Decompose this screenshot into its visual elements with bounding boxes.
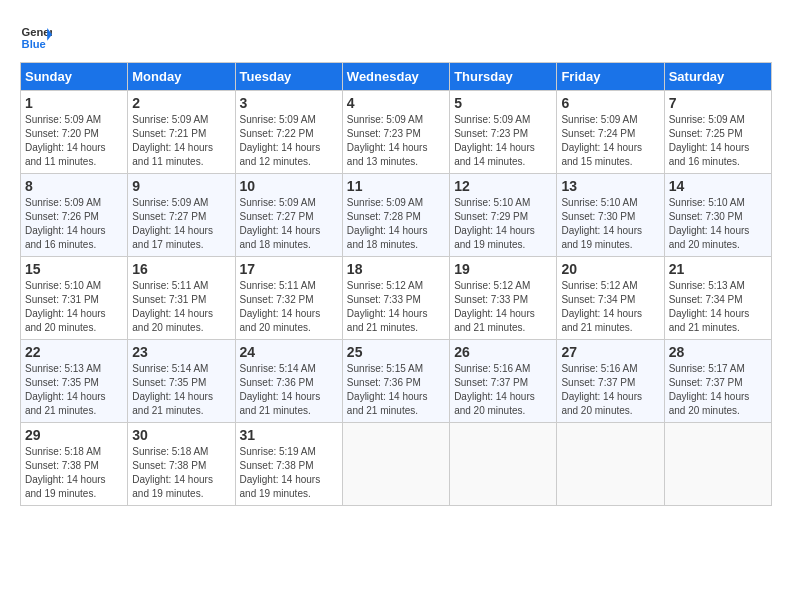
sunrise-label: Sunrise: 5:19 AM (240, 446, 316, 457)
daylight-label: Daylight: 14 hours and 12 minutes. (240, 142, 321, 167)
calendar-cell: 15 Sunrise: 5:10 AM Sunset: 7:31 PM Dayl… (21, 257, 128, 340)
sunrise-label: Sunrise: 5:09 AM (132, 197, 208, 208)
calendar-cell: 23 Sunrise: 5:14 AM Sunset: 7:35 PM Dayl… (128, 340, 235, 423)
daylight-label: Daylight: 14 hours and 21 minutes. (347, 391, 428, 416)
day-info: Sunrise: 5:09 AM Sunset: 7:24 PM Dayligh… (561, 113, 659, 169)
day-number: 7 (669, 95, 767, 111)
calendar-cell: 8 Sunrise: 5:09 AM Sunset: 7:26 PM Dayli… (21, 174, 128, 257)
sunset-label: Sunset: 7:34 PM (561, 294, 635, 305)
day-info: Sunrise: 5:16 AM Sunset: 7:37 PM Dayligh… (454, 362, 552, 418)
sunrise-label: Sunrise: 5:11 AM (240, 280, 316, 291)
daylight-label: Daylight: 14 hours and 11 minutes. (25, 142, 106, 167)
sunrise-label: Sunrise: 5:09 AM (240, 197, 316, 208)
day-info: Sunrise: 5:18 AM Sunset: 7:38 PM Dayligh… (132, 445, 230, 501)
sunrise-label: Sunrise: 5:09 AM (132, 114, 208, 125)
sunrise-label: Sunrise: 5:13 AM (669, 280, 745, 291)
day-number: 23 (132, 344, 230, 360)
day-info: Sunrise: 5:13 AM Sunset: 7:35 PM Dayligh… (25, 362, 123, 418)
page-header: General Blue (20, 20, 772, 52)
sunrise-label: Sunrise: 5:18 AM (25, 446, 101, 457)
day-info: Sunrise: 5:16 AM Sunset: 7:37 PM Dayligh… (561, 362, 659, 418)
day-info: Sunrise: 5:11 AM Sunset: 7:32 PM Dayligh… (240, 279, 338, 335)
day-number: 25 (347, 344, 445, 360)
day-number: 11 (347, 178, 445, 194)
svg-text:Blue: Blue (22, 38, 46, 50)
sunset-label: Sunset: 7:32 PM (240, 294, 314, 305)
day-info: Sunrise: 5:10 AM Sunset: 7:31 PM Dayligh… (25, 279, 123, 335)
day-number: 28 (669, 344, 767, 360)
sunset-label: Sunset: 7:22 PM (240, 128, 314, 139)
calendar-cell: 16 Sunrise: 5:11 AM Sunset: 7:31 PM Dayl… (128, 257, 235, 340)
day-number: 18 (347, 261, 445, 277)
calendar-cell: 27 Sunrise: 5:16 AM Sunset: 7:37 PM Dayl… (557, 340, 664, 423)
day-of-week-header: Sunday (21, 63, 128, 91)
calendar-cell: 11 Sunrise: 5:09 AM Sunset: 7:28 PM Dayl… (342, 174, 449, 257)
calendar-cell: 25 Sunrise: 5:15 AM Sunset: 7:36 PM Dayl… (342, 340, 449, 423)
sunrise-label: Sunrise: 5:09 AM (25, 197, 101, 208)
calendar-cell: 7 Sunrise: 5:09 AM Sunset: 7:25 PM Dayli… (664, 91, 771, 174)
day-number: 19 (454, 261, 552, 277)
day-info: Sunrise: 5:09 AM Sunset: 7:25 PM Dayligh… (669, 113, 767, 169)
day-number: 1 (25, 95, 123, 111)
calendar-cell: 18 Sunrise: 5:12 AM Sunset: 7:33 PM Dayl… (342, 257, 449, 340)
day-of-week-header: Thursday (450, 63, 557, 91)
day-info: Sunrise: 5:15 AM Sunset: 7:36 PM Dayligh… (347, 362, 445, 418)
day-number: 10 (240, 178, 338, 194)
day-number: 5 (454, 95, 552, 111)
day-info: Sunrise: 5:09 AM Sunset: 7:28 PM Dayligh… (347, 196, 445, 252)
sunrise-label: Sunrise: 5:18 AM (132, 446, 208, 457)
daylight-label: Daylight: 14 hours and 13 minutes. (347, 142, 428, 167)
sunset-label: Sunset: 7:35 PM (132, 377, 206, 388)
calendar-cell: 22 Sunrise: 5:13 AM Sunset: 7:35 PM Dayl… (21, 340, 128, 423)
day-of-week-header: Tuesday (235, 63, 342, 91)
calendar-week-row: 8 Sunrise: 5:09 AM Sunset: 7:26 PM Dayli… (21, 174, 772, 257)
calendar-cell: 13 Sunrise: 5:10 AM Sunset: 7:30 PM Dayl… (557, 174, 664, 257)
day-info: Sunrise: 5:14 AM Sunset: 7:36 PM Dayligh… (240, 362, 338, 418)
day-info: Sunrise: 5:09 AM Sunset: 7:27 PM Dayligh… (240, 196, 338, 252)
day-number: 13 (561, 178, 659, 194)
day-number: 16 (132, 261, 230, 277)
sunrise-label: Sunrise: 5:17 AM (669, 363, 745, 374)
daylight-label: Daylight: 14 hours and 17 minutes. (132, 225, 213, 250)
calendar-cell (450, 423, 557, 506)
calendar-week-row: 1 Sunrise: 5:09 AM Sunset: 7:20 PM Dayli… (21, 91, 772, 174)
sunrise-label: Sunrise: 5:09 AM (25, 114, 101, 125)
daylight-label: Daylight: 14 hours and 19 minutes. (561, 225, 642, 250)
sunset-label: Sunset: 7:36 PM (240, 377, 314, 388)
sunrise-label: Sunrise: 5:12 AM (454, 280, 530, 291)
daylight-label: Daylight: 14 hours and 21 minutes. (240, 391, 321, 416)
daylight-label: Daylight: 14 hours and 21 minutes. (25, 391, 106, 416)
sunset-label: Sunset: 7:36 PM (347, 377, 421, 388)
daylight-label: Daylight: 14 hours and 20 minutes. (132, 308, 213, 333)
sunrise-label: Sunrise: 5:16 AM (454, 363, 530, 374)
sunrise-label: Sunrise: 5:09 AM (669, 114, 745, 125)
daylight-label: Daylight: 14 hours and 21 minutes. (669, 308, 750, 333)
day-info: Sunrise: 5:10 AM Sunset: 7:30 PM Dayligh… (669, 196, 767, 252)
day-number: 31 (240, 427, 338, 443)
sunrise-label: Sunrise: 5:15 AM (347, 363, 423, 374)
day-info: Sunrise: 5:19 AM Sunset: 7:38 PM Dayligh… (240, 445, 338, 501)
sunset-label: Sunset: 7:24 PM (561, 128, 635, 139)
sunset-label: Sunset: 7:25 PM (669, 128, 743, 139)
daylight-label: Daylight: 14 hours and 20 minutes. (25, 308, 106, 333)
day-number: 6 (561, 95, 659, 111)
sunset-label: Sunset: 7:21 PM (132, 128, 206, 139)
daylight-label: Daylight: 14 hours and 14 minutes. (454, 142, 535, 167)
calendar-week-row: 29 Sunrise: 5:18 AM Sunset: 7:38 PM Dayl… (21, 423, 772, 506)
day-of-week-header: Wednesday (342, 63, 449, 91)
calendar-cell: 9 Sunrise: 5:09 AM Sunset: 7:27 PM Dayli… (128, 174, 235, 257)
calendar-week-row: 15 Sunrise: 5:10 AM Sunset: 7:31 PM Dayl… (21, 257, 772, 340)
day-number: 14 (669, 178, 767, 194)
sunset-label: Sunset: 7:37 PM (669, 377, 743, 388)
logo: General Blue (20, 20, 52, 52)
calendar-table: SundayMondayTuesdayWednesdayThursdayFrid… (20, 62, 772, 506)
daylight-label: Daylight: 14 hours and 20 minutes. (240, 308, 321, 333)
calendar-cell: 4 Sunrise: 5:09 AM Sunset: 7:23 PM Dayli… (342, 91, 449, 174)
calendar-cell (664, 423, 771, 506)
sunrise-label: Sunrise: 5:16 AM (561, 363, 637, 374)
sunrise-label: Sunrise: 5:10 AM (669, 197, 745, 208)
daylight-label: Daylight: 14 hours and 18 minutes. (347, 225, 428, 250)
sunset-label: Sunset: 7:29 PM (454, 211, 528, 222)
calendar-cell: 28 Sunrise: 5:17 AM Sunset: 7:37 PM Dayl… (664, 340, 771, 423)
day-number: 4 (347, 95, 445, 111)
